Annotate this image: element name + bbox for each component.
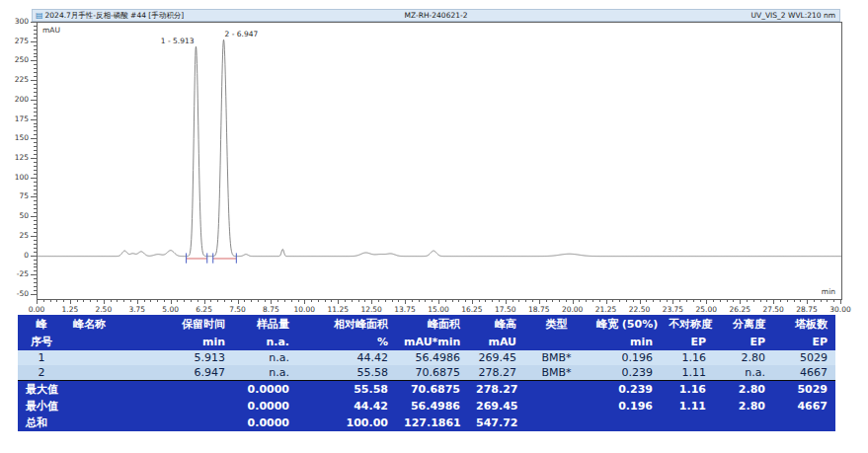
y-minor-tick	[34, 104, 37, 105]
x-minor-tick	[800, 300, 801, 302]
x-minor-tick	[231, 300, 232, 302]
signal-trace	[38, 39, 841, 256]
cell-area: 70.6875	[396, 365, 468, 381]
header-row: 序号minn.a.%mAU*minmAUminEPEPEP	[18, 333, 835, 350]
x-tick	[37, 300, 38, 304]
summary-cell-plates: 5029	[773, 381, 835, 399]
y-tick-label: 275	[3, 37, 29, 45]
summary-cell-res: 2.80	[714, 381, 773, 399]
col-header-height: 峰高	[468, 315, 524, 333]
x-tick-label: 18.75	[522, 305, 556, 314]
x-minor-tick	[612, 300, 613, 302]
x-tick-label: 21.25	[590, 305, 623, 314]
x-tick	[304, 300, 305, 304]
y-tick-label: 125	[3, 153, 29, 162]
peak-apex-label: 2 - 6.947	[224, 30, 258, 38]
summary-cell-width50: 0.196	[589, 398, 661, 415]
x-minor-tick	[197, 300, 198, 302]
summary-cell-type	[524, 381, 589, 399]
y-minor-tick	[34, 182, 37, 183]
x-minor-tick	[311, 300, 312, 302]
col-header-name	[65, 333, 146, 350]
col-header-type	[524, 333, 589, 350]
x-tick	[371, 300, 372, 304]
x-axis-unit-label: min	[822, 287, 835, 296]
x-minor-tick	[345, 300, 346, 302]
x-tick-label: 2.50	[87, 305, 120, 314]
y-tick-label: 225	[3, 75, 29, 84]
x-minor-tick	[258, 300, 259, 302]
x-minor-tick	[210, 300, 211, 302]
x-minor-tick	[700, 300, 701, 302]
col-header-asym: EP	[661, 333, 714, 350]
cell-area: 56.4986	[396, 350, 468, 365]
x-tick-label: 30.00	[824, 305, 857, 314]
cell-plates: 4667	[773, 365, 835, 381]
summary-cell-plates	[773, 415, 835, 431]
x-tick-label: 23.75	[656, 305, 689, 314]
x-minor-tick	[485, 300, 486, 302]
x-minor-tick	[733, 300, 734, 302]
x-minor-tick	[566, 300, 567, 302]
y-axis-unit-label: mAU	[42, 26, 60, 35]
cell-asym: 1.11	[661, 365, 714, 381]
x-minor-tick	[794, 300, 795, 302]
y-minor-tick	[34, 270, 37, 271]
x-minor-tick	[492, 300, 493, 302]
x-tick-label: 13.75	[388, 305, 422, 314]
y-tick-label: 200	[3, 95, 29, 104]
x-minor-tick	[43, 300, 44, 302]
cell-res: n.a.	[714, 365, 773, 381]
x-tick-label: 25.00	[689, 305, 723, 314]
x-minor-tick	[452, 300, 453, 302]
x-minor-tick	[164, 300, 165, 302]
y-minor-tick	[34, 72, 37, 73]
y-minor-tick	[34, 266, 37, 267]
x-tick	[238, 300, 239, 304]
y-minor-tick	[34, 189, 37, 190]
y-tick	[31, 22, 37, 23]
x-tick-label: 27.50	[756, 305, 790, 314]
y-tick	[31, 41, 37, 42]
y-minor-tick	[34, 264, 37, 264]
cell-plates: 5029	[773, 350, 835, 365]
y-minor-tick	[34, 162, 37, 163]
x-minor-tick	[679, 300, 680, 302]
summary-cell-area: 56.4986	[396, 398, 468, 415]
y-minor-tick	[34, 166, 37, 167]
peak-apex-label: 1 - 5.913	[161, 37, 195, 45]
summary-row: 总和0.0000100.00127.1861547.72	[18, 415, 835, 431]
injection-title: ▤2024.7月手性-反相-磷酸 #44 [手动积分]	[36, 11, 184, 21]
col-header-rt: min	[146, 333, 233, 350]
x-minor-tick	[191, 300, 192, 302]
y-tick-label: 0	[3, 251, 29, 260]
x-minor-tick	[364, 300, 365, 302]
x-minor-tick	[83, 300, 84, 302]
col-header-plates: 塔板数	[773, 315, 835, 333]
y-minor-tick	[34, 115, 37, 116]
col-header-name: 峰名称	[65, 315, 146, 333]
x-minor-tick	[525, 300, 526, 302]
x-tick	[171, 300, 172, 304]
y-minor-tick	[34, 220, 37, 221]
chromatogram-plot-area[interactable]: mAU min	[37, 22, 842, 300]
x-minor-tick	[720, 300, 721, 302]
x-minor-tick	[727, 300, 728, 302]
peak-row-1[interactable]: 15.913n.a.44.4256.4986269.45BMB*0.1961.1…	[18, 350, 835, 365]
summary-row: 最大值0.000055.5870.6875278.270.2391.162.80…	[18, 381, 835, 399]
x-minor-tick	[265, 300, 266, 302]
x-tick-label: 17.50	[489, 305, 522, 314]
y-minor-tick	[34, 49, 37, 50]
col-header-rel_area: 相对峰面积	[297, 315, 396, 333]
x-tick	[672, 300, 673, 304]
peak-row-2[interactable]: 26.947n.a.55.5870.6875278.27BMB*0.2391.1…	[18, 365, 835, 381]
x-tick-label: 11.25	[321, 305, 355, 314]
col-header-area: 峰面积	[396, 315, 468, 333]
summary-cell-amount: 0.0000	[233, 415, 297, 431]
x-tick	[271, 300, 272, 304]
y-minor-tick	[34, 142, 37, 143]
x-tick-label: 0.00	[20, 305, 53, 314]
y-tick-label: -25	[3, 269, 29, 278]
peak-results-table: 峰峰名称保留时间样品量相对峰面积峰面积峰高类型峰宽 (50%)不对称度分离度塔板…	[18, 315, 835, 431]
x-tick-label: 28.75	[790, 305, 824, 314]
